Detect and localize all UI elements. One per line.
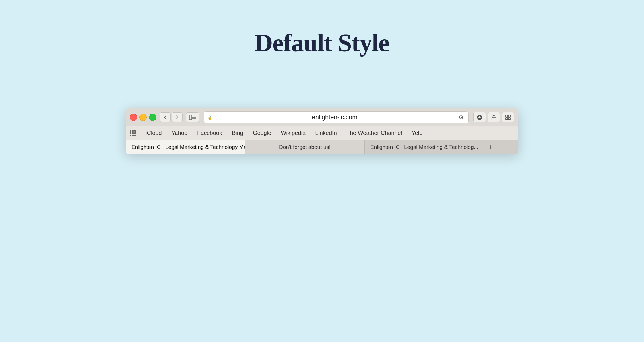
svg-rect-6	[506, 115, 508, 117]
favorite-bing[interactable]: Bing	[227, 129, 248, 137]
new-tab-button[interactable]: +	[484, 140, 497, 154]
svg-rect-9	[508, 118, 510, 120]
tab-2-label: Don't forget about us!	[279, 144, 331, 150]
apps-grid-icon[interactable]	[130, 130, 136, 136]
url-text: enlighten-ic.com	[214, 114, 455, 121]
sidebar-toggle-button[interactable]	[186, 112, 199, 122]
tabs-bar: Enlighten IC | Legal Marketing & Technol…	[126, 140, 518, 154]
toolbar-actions	[473, 112, 514, 122]
favorite-icloud[interactable]: iCloud	[141, 129, 166, 137]
tab-1-label: Enlighten IC | Legal Marketing & Technol…	[131, 144, 245, 150]
address-bar[interactable]: 🔒 enlighten-ic.com	[204, 111, 469, 123]
tab-2[interactable]: Don't forget about us!	[245, 140, 365, 154]
minimize-button[interactable]	[139, 114, 147, 121]
tab-3[interactable]: Enlighten IC | Legal Marketing & Technol…	[365, 140, 484, 154]
favorite-yahoo[interactable]: Yahoo	[167, 129, 192, 137]
toolbar: 🔒 enlighten-ic.com	[126, 108, 518, 126]
download-button[interactable]	[473, 112, 486, 122]
svg-rect-7	[508, 115, 510, 117]
favorite-weather-channel[interactable]: The Weather Channel	[342, 129, 406, 137]
favorite-facebook[interactable]: Facebook	[193, 129, 227, 137]
page-title: Default Style	[255, 28, 389, 57]
favorite-linkedin[interactable]: LinkedIn	[311, 129, 341, 137]
traffic-lights	[130, 114, 156, 121]
reload-button[interactable]	[457, 113, 465, 121]
svg-rect-8	[506, 118, 508, 120]
forward-button[interactable]	[172, 112, 183, 122]
nav-buttons	[160, 112, 183, 122]
favorite-wikipedia[interactable]: Wikipedia	[276, 129, 310, 137]
tab-1[interactable]: Enlighten IC | Legal Marketing & Technol…	[126, 140, 245, 154]
browser-window: 🔒 enlighten-ic.com	[126, 108, 518, 154]
close-button[interactable]	[130, 114, 137, 121]
new-tab-overview-button[interactable]	[502, 112, 514, 122]
share-button[interactable]	[488, 112, 500, 122]
lock-icon: 🔒	[207, 115, 212, 120]
maximize-button[interactable]	[149, 114, 156, 121]
tab-3-label: Enlighten IC | Legal Marketing & Technol…	[370, 144, 478, 150]
favorites-bar: iCloud Yahoo Facebook Bing Google Wikipe…	[126, 126, 518, 140]
favorite-google[interactable]: Google	[248, 129, 276, 137]
svg-rect-0	[189, 115, 192, 120]
back-button[interactable]	[160, 112, 171, 122]
favorite-yelp[interactable]: Yelp	[407, 129, 427, 137]
